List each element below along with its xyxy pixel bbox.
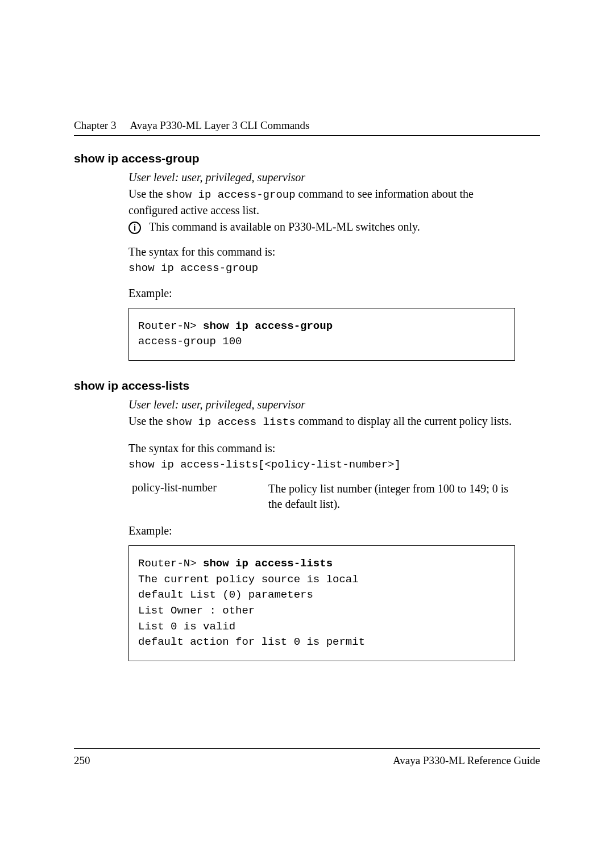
code-example-access-lists: Router-N> show ip access-lists The curre… bbox=[128, 545, 515, 661]
info-note: i This command is available on P330-ML-M… bbox=[128, 220, 515, 234]
code-output: List Owner : other bbox=[138, 603, 505, 619]
user-level-note: User level: user, privileged, supervisor bbox=[128, 171, 515, 184]
code-line: Router-N> show ip access-lists bbox=[138, 556, 505, 572]
section-body-access-group: User level: user, privileged, supervisor… bbox=[128, 171, 515, 361]
section-heading-access-lists: show ip access-lists bbox=[74, 379, 540, 393]
code-example-access-group: Router-N> show ip access-group access-gr… bbox=[128, 308, 515, 361]
parameter-name: policy-list-number bbox=[132, 481, 246, 512]
code-output: The current policy source is local bbox=[138, 572, 505, 588]
syntax-command: show ip access-lists[<policy-list-number… bbox=[128, 458, 515, 471]
section-heading-access-group: show ip access-group bbox=[74, 152, 540, 165]
code-output: default action for list 0 is permit bbox=[138, 635, 505, 650]
code-output: access-group 100 bbox=[138, 334, 505, 350]
code-command: show ip access-group bbox=[203, 320, 333, 332]
running-header: Chapter 3 Avaya P330-ML Layer 3 CLI Comm… bbox=[74, 119, 540, 132]
note-text: This command is available on P330-ML-ML … bbox=[149, 220, 420, 233]
syntax-label: The syntax for this command is: bbox=[128, 244, 515, 260]
page-content: Chapter 3 Avaya P330-ML Layer 3 CLI Comm… bbox=[0, 0, 614, 661]
page-footer: 250 Avaya P330-ML Reference Guide bbox=[74, 748, 540, 767]
user-level-note: User level: user, privileged, supervisor bbox=[128, 398, 515, 411]
parameter-description: The policy list number (integer from 100… bbox=[268, 481, 515, 512]
code-command: show ip access-lists bbox=[203, 557, 333, 570]
use-prefix: Use the bbox=[128, 415, 166, 427]
use-suffix: command to display all the current polic… bbox=[296, 415, 512, 427]
use-command: show ip access-group bbox=[166, 189, 296, 201]
example-label: Example: bbox=[128, 287, 515, 300]
code-prompt: Router-N> bbox=[138, 557, 203, 570]
syntax-label: The syntax for this command is: bbox=[128, 441, 515, 456]
use-description: Use the show ip access lists command to … bbox=[128, 414, 515, 430]
section-body-access-lists: User level: user, privileged, supervisor… bbox=[128, 398, 515, 661]
code-line: Router-N> show ip access-group bbox=[138, 319, 505, 335]
info-icon: i bbox=[128, 222, 141, 234]
code-prompt: Router-N> bbox=[138, 320, 203, 332]
example-label: Example: bbox=[128, 524, 515, 537]
footer-row: 250 Avaya P330-ML Reference Guide bbox=[74, 754, 540, 767]
parameter-row: policy-list-number The policy list numbe… bbox=[132, 481, 515, 512]
footer-divider bbox=[74, 748, 540, 749]
use-description: Use the show ip access-group command to … bbox=[128, 186, 515, 218]
code-output: List 0 is valid bbox=[138, 619, 505, 635]
code-output: default List (0) parameters bbox=[138, 587, 505, 603]
chapter-title: Avaya P330-ML Layer 3 CLI Commands bbox=[130, 119, 309, 132]
chapter-label: Chapter 3 bbox=[74, 119, 116, 132]
use-prefix: Use the bbox=[128, 187, 166, 200]
document-title: Avaya P330-ML Reference Guide bbox=[393, 754, 540, 767]
header-divider bbox=[74, 135, 540, 136]
use-command: show ip access lists bbox=[166, 416, 296, 428]
page-number: 250 bbox=[74, 754, 90, 767]
syntax-command: show ip access-group bbox=[128, 262, 515, 274]
